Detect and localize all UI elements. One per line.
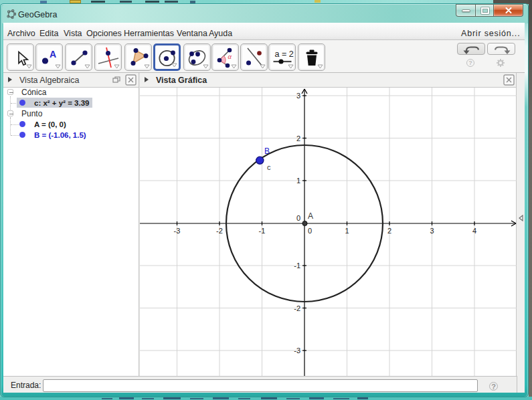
svg-text:1: 1	[296, 177, 300, 185]
svg-text:0: 0	[296, 214, 300, 222]
svg-text:A: A	[50, 49, 56, 60]
svg-text:a = 2: a = 2	[275, 49, 294, 59]
svg-text:1: 1	[345, 227, 349, 235]
svg-text:-1: -1	[259, 227, 266, 235]
svg-text:3: 3	[430, 227, 434, 235]
svg-text:0: 0	[308, 227, 312, 235]
svg-text:-3: -3	[294, 346, 300, 355]
svg-text:2: 2	[296, 134, 300, 142]
svg-text:c: c	[267, 163, 271, 171]
svg-text:-2: -2	[294, 304, 300, 312]
svg-text:3: 3	[296, 92, 300, 100]
svg-text:A: A	[308, 211, 313, 221]
svg-text:-1: -1	[294, 262, 300, 270]
svg-text:4: 4	[472, 227, 476, 235]
svg-text:α: α	[228, 53, 232, 60]
svg-text:-3: -3	[174, 227, 181, 235]
svg-text:-2: -2	[216, 227, 223, 235]
svg-text:B: B	[264, 146, 270, 156]
svg-text:2: 2	[387, 227, 391, 235]
